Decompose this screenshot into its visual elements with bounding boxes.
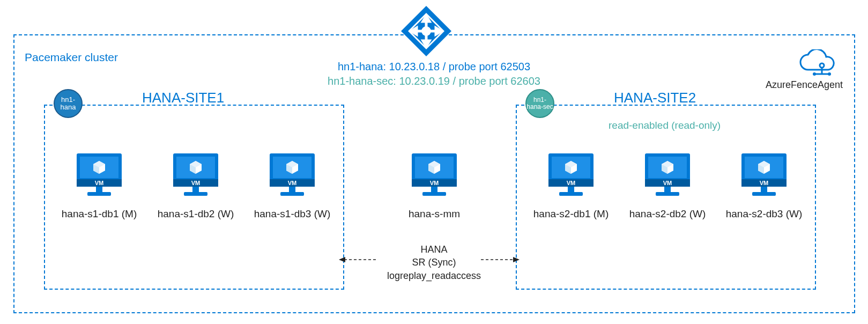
vm-s2-db1: hana-s2-db1 (M)	[525, 149, 617, 220]
site2-title: HANA-SITE2	[614, 90, 696, 106]
vm-s1-db1-label: hana-s1-db1 (M)	[54, 208, 145, 220]
cloud-agent-icon	[797, 49, 836, 78]
sr-line1: HANA	[0, 243, 868, 256]
system-replication-label: HANA SR (Sync) logreplay_readaccess	[0, 243, 868, 282]
vm-s1-db2: hana-s1-db2 (W)	[150, 149, 241, 220]
vm-s2-db1-label: hana-s2-db1 (M)	[525, 208, 617, 220]
vm-mm-label: hana-s-mm	[389, 208, 480, 220]
vm-s1-db3: hana-s1-db3 (W)	[247, 149, 338, 220]
load-balancer-icon	[399, 4, 453, 60]
sr-line3: logreplay_readaccess	[0, 269, 868, 282]
svg-point-12	[820, 63, 824, 68]
vm-s1-db1: hana-s1-db1 (M)	[54, 149, 145, 220]
vm-majority-maker: hana-s-mm	[389, 149, 480, 220]
fence-agent-label: AzureFenceAgent	[766, 79, 843, 91]
vip-secondary-badge: hn1-hana-sec	[525, 89, 554, 118]
vip-secondary-text: hn1-hana-sec	[526, 97, 553, 111]
vm-s2-db3: hana-s2-db3 (W)	[718, 149, 810, 220]
svg-marker-28	[339, 257, 345, 262]
lb-frontend-secondary: hn1-hana-sec: 10.23.0.19 / probe port 62…	[0, 75, 868, 87]
site2-read-only-label: read-enabled (read-only)	[609, 120, 721, 131]
sr-arrow-right	[479, 259, 514, 260]
vm-s1-db2-label: hana-s1-db2 (W)	[150, 208, 241, 220]
vm-s2-db3-label: hana-s2-db3 (W)	[718, 208, 810, 220]
vm-s2-db2-label: hana-s2-db2 (W)	[622, 208, 713, 220]
vip-primary-text: hn1-hana	[55, 96, 81, 112]
site1-title: HANA-SITE1	[142, 90, 224, 106]
lb-frontend-primary: hn1-hana: 10.23.0.18 / probe port 62503	[0, 61, 868, 73]
sr-arrow-left	[338, 259, 373, 260]
sr-line2: SR (Sync)	[0, 256, 868, 269]
vip-primary-badge: hn1-hana	[54, 89, 83, 118]
vm-s2-db2: hana-s2-db2 (W)	[622, 149, 713, 220]
svg-point-17	[828, 72, 831, 76]
svg-point-16	[813, 72, 816, 76]
svg-marker-30	[513, 257, 520, 262]
vm-s1-db3-label: hana-s1-db3 (W)	[247, 208, 338, 220]
